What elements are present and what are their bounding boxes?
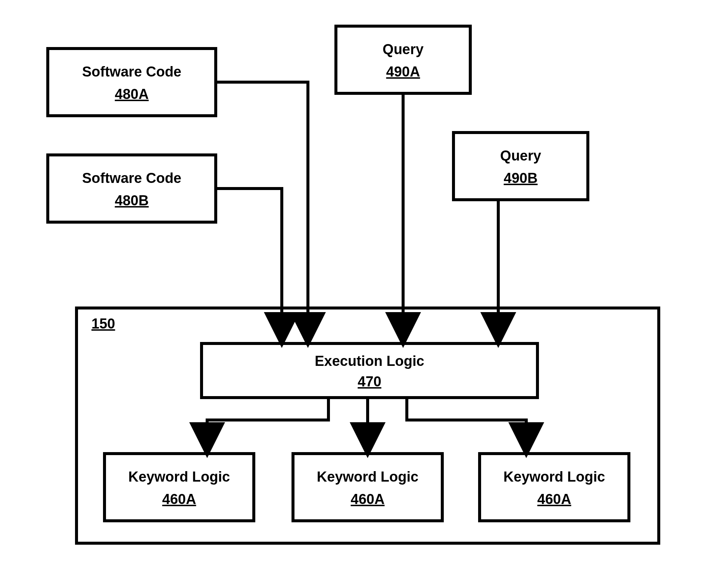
- diagram-canvas: Software Code 480A Software Code 480B Qu…: [0, 0, 714, 588]
- label-execution-logic: Execution Logic: [315, 353, 424, 369]
- box-query-b: Query 490B: [453, 133, 588, 200]
- label-keyword-logic-3: Keyword Logic: [503, 469, 605, 485]
- ref-query-b: 490B: [504, 170, 538, 186]
- label-software-code-a: Software Code: [82, 64, 181, 80]
- label-keyword-logic-2: Keyword Logic: [317, 469, 418, 485]
- container-ref: 150: [91, 316, 115, 332]
- ref-software-code-b: 480B: [115, 193, 149, 208]
- svg-rect-3: [336, 26, 470, 93]
- ref-execution-logic: 470: [358, 374, 381, 389]
- ref-software-code-a: 480A: [115, 86, 149, 102]
- box-keyword-logic-1: Keyword Logic 460A: [105, 454, 254, 521]
- svg-rect-1: [48, 49, 216, 116]
- label-query-b: Query: [500, 148, 541, 164]
- label-software-code-b: Software Code: [82, 170, 181, 186]
- box-keyword-logic-2: Keyword Logic 460A: [293, 454, 442, 521]
- box-keyword-logic-3: Keyword Logic 460A: [480, 454, 629, 521]
- svg-rect-4: [453, 133, 588, 200]
- arrow-480b-to-470: [216, 189, 282, 336]
- arrow-470-to-460a-3: [407, 398, 526, 446]
- box-execution-logic: Execution Logic 470: [202, 343, 537, 398]
- label-query-a: Query: [383, 41, 424, 57]
- arrow-470-to-460a-1: [207, 398, 328, 446]
- ref-keyword-logic-2: 460A: [351, 491, 385, 507]
- box-query-a: Query 490A: [336, 26, 470, 93]
- box-software-code-a: Software Code 480A: [48, 49, 216, 116]
- svg-rect-2: [48, 155, 216, 222]
- label-keyword-logic-1: Keyword Logic: [128, 469, 230, 485]
- svg-rect-9: [480, 454, 629, 521]
- svg-rect-6: [202, 343, 537, 398]
- ref-query-a: 490A: [386, 64, 420, 80]
- ref-keyword-logic-1: 460A: [162, 491, 196, 507]
- svg-rect-8: [293, 454, 442, 521]
- svg-rect-7: [105, 454, 254, 521]
- box-software-code-b: Software Code 480B: [48, 155, 216, 222]
- arrow-480a-to-470: [216, 82, 308, 336]
- ref-keyword-logic-3: 460A: [537, 491, 571, 507]
